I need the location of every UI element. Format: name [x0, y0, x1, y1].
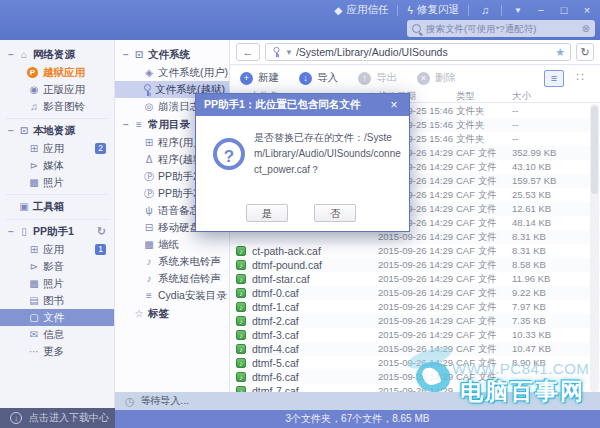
import-button[interactable]: ↓ 导入 — [299, 71, 338, 85]
sidebar-item[interactable]: ◉正版应用 — [0, 81, 114, 98]
sidebar-item[interactable]: ▢文件 — [0, 309, 114, 326]
file-type: CAF 文件 — [456, 161, 497, 174]
music-icon[interactable]: ♫ — [478, 4, 492, 16]
mobile-disk-icon: ⊟ — [142, 222, 156, 234]
search-icon — [412, 24, 421, 33]
sidebar-label: 本地资源 — [33, 124, 75, 138]
tree-item[interactable]: ♪系统来电铃声 — [115, 253, 229, 270]
collapse-toggle-icon[interactable]: − — [120, 49, 132, 60]
fix-crash-button[interactable]: ϟ 修复闪退 — [407, 3, 459, 17]
sidebar-item[interactable]: ⊞应用1 — [0, 241, 114, 258]
sidebar-item[interactable]: ✉信息 — [0, 326, 114, 343]
close-button[interactable]: × — [580, 4, 594, 16]
grid-view-button[interactable]: ∷ — [570, 70, 590, 87]
file-type: CAF 文件 — [456, 273, 497, 286]
count-badge: 2 — [95, 143, 106, 154]
tree-item[interactable]: ▩墙纸 — [115, 236, 229, 253]
tree-label: 崩溃日志 — [158, 100, 200, 114]
sidebar-header[interactable]: −⌂网络资源 — [0, 45, 114, 64]
maximize-button[interactable]: □ — [557, 4, 571, 16]
collapse-toggle-icon[interactable]: − — [120, 119, 132, 130]
favorite-star-icon[interactable]: ★ — [555, 46, 565, 59]
chevron-down-icon[interactable]: ▼ — [285, 48, 293, 57]
sidebar-item[interactable]: ⊳影音 — [0, 258, 114, 275]
file-size: 48.14 KB — [512, 217, 551, 228]
file-type: CAF 文件 — [456, 203, 497, 216]
current-path: /System/Library/Audio/UISounds — [296, 46, 552, 58]
file-row[interactable]: ♪dtmf-4.caf2015-09-26 14:29CAF 文件10.47 K… — [230, 342, 600, 356]
sidebar-item[interactable]: ▩照片 — [0, 174, 114, 191]
lock-icon: ◈ — [142, 67, 156, 79]
caf-file-icon: ♪ — [236, 358, 246, 368]
sidebar-header[interactable]: −▯PP助手1↻ — [0, 222, 114, 241]
file-type: CAF 文件 — [456, 245, 497, 258]
file-row[interactable]: ♪dtmf-7.caf2015-09-26 14:29 — [230, 384, 600, 392]
photo-icon: ▩ — [27, 177, 41, 189]
file-size: 8.31 KB — [512, 245, 546, 256]
no-button[interactable]: 否 — [314, 204, 356, 222]
scrollbar-thumb[interactable] — [591, 106, 598, 194]
tree-item[interactable]: ◈文件系统(用户) — [115, 64, 229, 81]
file-row[interactable]: ♪dtmf-6.caf2015-09-26 14:29CAF 文件 — [230, 370, 600, 384]
back-button[interactable]: ← — [236, 43, 260, 61]
menu-icon[interactable]: ▼ — [511, 6, 525, 15]
file-date: 2015-09-26 14:29 — [378, 287, 453, 298]
sidebar-item[interactable]: ⊞应用2 — [0, 140, 114, 157]
sidebar-item[interactable]: ▤图书 — [0, 292, 114, 309]
file-row[interactable]: ♪dtmf-3.caf2015-09-26 14:29CAF 文件10.33 K… — [230, 328, 600, 342]
download-icon: ↓ — [10, 412, 22, 424]
list-view-button[interactable]: ≡ — [544, 70, 564, 87]
dialog-titlebar[interactable]: PP助手1：此位置已包含同名文件 × — [196, 94, 409, 116]
refresh-icon[interactable]: ↻ — [97, 225, 106, 238]
tree-label: 移动硬盘 — [158, 221, 200, 235]
clock-icon: ◷ — [125, 395, 135, 408]
yes-button[interactable]: 是 — [246, 204, 288, 222]
photo-icon: ▩ — [27, 278, 41, 290]
download-center-bar[interactable]: ↓ 点击进入下载中心 — [0, 408, 115, 428]
search-box[interactable]: ⊗ — [407, 20, 595, 37]
file-size: 7.35 KB — [512, 315, 546, 326]
file-name: dtmf-pound.caf — [252, 259, 322, 271]
address-bar[interactable]: ▼ /System/Library/Audio/UISounds ★ — [265, 43, 571, 61]
sidebar-header[interactable]: ▣工具箱 — [0, 197, 114, 216]
sidebar-item[interactable]: ⊳媒体 — [0, 157, 114, 174]
dialog-close-icon[interactable]: × — [387, 98, 401, 112]
file-row[interactable]: ♪dtmf-5.caf2015-09-26 14:29CAF 文件8.90 KB — [230, 356, 600, 370]
column-size[interactable]: 大小 — [512, 90, 531, 103]
sidebar-item[interactable]: ♫影音图铃 — [0, 98, 114, 115]
file-row[interactable]: ♪dtmf-2.caf2015-09-26 14:29CAF 文件7.35 KB — [230, 314, 600, 328]
file-date: 2015-09-26 14:29 — [378, 231, 453, 242]
file-row[interactable]: ♪dtmf-star.caf2015-09-26 14:29CAF 文件11.9… — [230, 272, 600, 286]
minimize-button[interactable]: − — [534, 4, 548, 16]
file-row[interactable]: ♪dtmf-1.caf2015-09-26 14:29CAF 文件7.97 KB — [230, 300, 600, 314]
collapse-toggle-icon[interactable]: − — [5, 49, 17, 60]
tree-item[interactable]: ≡Cydia安装目录 — [115, 287, 229, 304]
tree-header[interactable]: ☆标签 — [115, 304, 229, 323]
refresh-button[interactable]: ↻ — [576, 43, 594, 61]
file-type: CAF 文件 — [456, 343, 497, 356]
sidebar-label: 网络资源 — [33, 48, 75, 62]
new-button[interactable]: + 新建 — [240, 71, 279, 85]
sidebar-item[interactable]: ⋯更多 — [0, 343, 114, 360]
file-row[interactable]: 2015-09-26 14:29CAF 文件8.31 KB — [230, 230, 600, 244]
navigation-bar: ← ▼ /System/Library/Audio/UISounds ★ ↻ — [230, 40, 600, 65]
search-input[interactable] — [426, 23, 582, 34]
file-type: CAF 文件 — [456, 371, 497, 384]
sidebar-item[interactable]: P越狱应用 — [0, 64, 114, 81]
file-row[interactable]: ♪dtmf-0.caf2015-09-26 14:29CAF 文件9.22 KB — [230, 286, 600, 300]
collapse-toggle-icon[interactable]: − — [5, 125, 17, 136]
tree-header[interactable]: −⊡文件系统 — [115, 45, 229, 64]
collapse-toggle-icon[interactable]: − — [5, 226, 17, 237]
app-trust-button[interactable]: ◆ 应用信任 — [334, 3, 388, 17]
column-type[interactable]: 类型 — [456, 90, 475, 103]
sidebar-item[interactable]: ▩照片 — [0, 275, 114, 292]
file-date: 2015-09-26 14:29 — [378, 357, 453, 368]
file-row[interactable]: ♪ct-path-ack.caf2015-09-26 14:29CAF 文件8.… — [230, 244, 600, 258]
key-icon — [142, 84, 153, 96]
sidebar-header[interactable]: −⊡本地资源 — [0, 121, 114, 140]
tree-item[interactable]: ♪系统短信铃声 — [115, 270, 229, 287]
file-row[interactable]: ♪dtmf-pound.caf2015-09-26 14:29CAF 文件8.5… — [230, 258, 600, 272]
clear-search-icon[interactable]: ⊗ — [582, 23, 590, 34]
scrollbar[interactable] — [590, 104, 599, 392]
file-size: 9.22 KB — [512, 287, 546, 298]
